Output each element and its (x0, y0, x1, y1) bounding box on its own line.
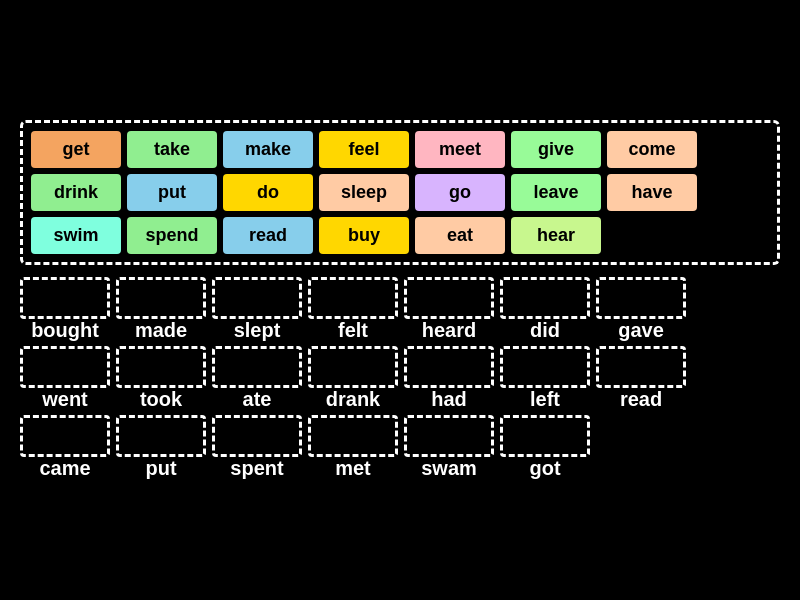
answer-label-1-0: went (20, 388, 110, 411)
word-tile-get[interactable]: get (31, 131, 121, 168)
word-tile-swim[interactable]: swim (31, 217, 121, 254)
drop-box-0-4[interactable] (404, 277, 494, 319)
answer-label-1-1: took (116, 388, 206, 411)
answer-label-1-3: drank (308, 388, 398, 411)
answer-labels-row-2: cameputspentmetswamgot (20, 457, 780, 480)
drop-box-2-4[interactable] (404, 415, 494, 457)
word-bank-row-1: gettakemakefeelmeetgivecome (31, 131, 769, 168)
word-tile-spend[interactable]: spend (127, 217, 217, 254)
drop-box-1-4[interactable] (404, 346, 494, 388)
main-container: gettakemakefeelmeetgivecome drinkputdosl… (20, 120, 780, 480)
answer-label-2-5: got (500, 457, 590, 480)
drop-box-0-0[interactable] (20, 277, 110, 319)
drop-box-1-1[interactable] (116, 346, 206, 388)
drop-sections: boughtmadesleptfelthearddidgavewenttooka… (20, 273, 780, 480)
drop-box-2-0[interactable] (20, 415, 110, 457)
drop-box-2-1[interactable] (116, 415, 206, 457)
answer-label-0-2: slept (212, 319, 302, 342)
drop-box-2-3[interactable] (308, 415, 398, 457)
drop-boxes-row-1 (20, 346, 780, 388)
answer-label-2-2: spent (212, 457, 302, 480)
word-tile-read[interactable]: read (223, 217, 313, 254)
drop-box-2-2[interactable] (212, 415, 302, 457)
drop-box-1-5[interactable] (500, 346, 590, 388)
word-tile-eat[interactable]: eat (415, 217, 505, 254)
answer-label-2-0: came (20, 457, 110, 480)
answer-label-0-0: bought (20, 319, 110, 342)
answer-label-1-4: had (404, 388, 494, 411)
drop-box-0-6[interactable] (596, 277, 686, 319)
word-tile-make[interactable]: make (223, 131, 313, 168)
drop-box-1-0[interactable] (20, 346, 110, 388)
drop-boxes-row-0 (20, 277, 780, 319)
answer-labels-row-0: boughtmadesleptfelthearddidgave (20, 319, 780, 342)
word-tile-leave[interactable]: leave (511, 174, 601, 211)
word-tile-drink[interactable]: drink (31, 174, 121, 211)
drop-box-1-3[interactable] (308, 346, 398, 388)
answer-label-2-1: put (116, 457, 206, 480)
word-tile-sleep[interactable]: sleep (319, 174, 409, 211)
word-tile-put[interactable]: put (127, 174, 217, 211)
answer-label-2-3: met (308, 457, 398, 480)
drop-box-0-2[interactable] (212, 277, 302, 319)
drop-boxes-row-2 (20, 415, 780, 457)
answer-label-2-4: swam (404, 457, 494, 480)
word-tile-buy[interactable]: buy (319, 217, 409, 254)
answer-label-0-3: felt (308, 319, 398, 342)
word-tile-have[interactable]: have (607, 174, 697, 211)
answer-label-1-5: left (500, 388, 590, 411)
answer-label-1-2: ate (212, 388, 302, 411)
word-bank-row-3: swimspendreadbuyeathear (31, 217, 769, 254)
word-tile-come[interactable]: come (607, 131, 697, 168)
answer-label-1-6: read (596, 388, 686, 411)
word-tile-feel[interactable]: feel (319, 131, 409, 168)
word-tile-take[interactable]: take (127, 131, 217, 168)
word-tile-do[interactable]: do (223, 174, 313, 211)
word-tile-give[interactable]: give (511, 131, 601, 168)
word-bank-row-2: drinkputdosleepgoleavehave (31, 174, 769, 211)
answer-label-0-4: heard (404, 319, 494, 342)
drop-box-1-6[interactable] (596, 346, 686, 388)
drop-box-0-5[interactable] (500, 277, 590, 319)
answer-label-0-1: made (116, 319, 206, 342)
answer-label-0-5: did (500, 319, 590, 342)
drop-box-1-2[interactable] (212, 346, 302, 388)
word-tile-hear[interactable]: hear (511, 217, 601, 254)
drop-box-0-1[interactable] (116, 277, 206, 319)
drop-box-0-3[interactable] (308, 277, 398, 319)
drop-box-2-5[interactable] (500, 415, 590, 457)
answer-labels-row-1: wenttookatedrankhadleftread (20, 388, 780, 411)
word-tile-meet[interactable]: meet (415, 131, 505, 168)
answer-label-0-6: gave (596, 319, 686, 342)
word-tile-go[interactable]: go (415, 174, 505, 211)
word-bank: gettakemakefeelmeetgivecome drinkputdosl… (20, 120, 780, 265)
